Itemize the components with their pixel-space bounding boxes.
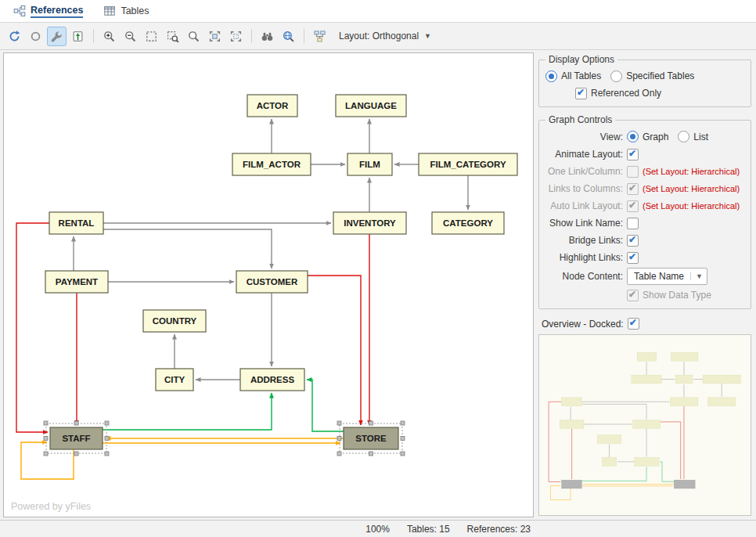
selection-handle[interactable] bbox=[401, 437, 405, 441]
table-node-inventory[interactable]: INVENTORY bbox=[333, 212, 406, 234]
selection-handle[interactable] bbox=[105, 437, 109, 441]
animate-layout-label: Animate Layout: bbox=[542, 149, 627, 160]
table-node-label: COUNTRY bbox=[153, 316, 197, 326]
selection-handle[interactable] bbox=[44, 437, 48, 441]
table-node-label: RENTAL bbox=[59, 218, 95, 228]
tab-tables-label: Tables bbox=[121, 5, 149, 17]
table-node-address[interactable]: ADDRESS bbox=[240, 369, 304, 391]
selection-handle[interactable] bbox=[105, 452, 109, 456]
view-list-radio[interactable] bbox=[678, 131, 689, 142]
node-content-dropdown[interactable]: Table Name ▼ bbox=[627, 268, 707, 285]
overview-node-payment bbox=[560, 420, 584, 428]
one-link-column-hint: (Set Layout: Hierarchical) bbox=[643, 167, 740, 176]
view-graph-radio[interactable] bbox=[627, 131, 639, 142]
links-to-columns-checkbox bbox=[627, 183, 639, 195]
link-customer-store[interactable] bbox=[308, 276, 361, 425]
selection-handle[interactable] bbox=[74, 421, 78, 425]
selection-handle[interactable] bbox=[337, 437, 341, 441]
node-content-value: Table Name bbox=[634, 271, 684, 282]
show-data-type-label: Show Data Type bbox=[643, 290, 711, 301]
show-link-name-checkbox[interactable] bbox=[627, 218, 639, 229]
table-node-staff[interactable]: STAFF bbox=[44, 421, 109, 456]
search-web-button[interactable] bbox=[279, 27, 298, 46]
search-button[interactable] bbox=[257, 27, 277, 46]
specified-tables-label: Specified Tables bbox=[626, 70, 694, 81]
zoom-area-button[interactable] bbox=[163, 27, 182, 46]
referenced-only-checkbox[interactable] bbox=[575, 88, 587, 99]
all-tables-radio[interactable] bbox=[545, 70, 557, 82]
tables-tab-icon bbox=[103, 5, 116, 17]
table-node-label: CATEGORY bbox=[443, 218, 493, 228]
selection-handle[interactable] bbox=[337, 452, 341, 456]
link-rental-customer[interactable] bbox=[103, 229, 272, 268]
auto-link-layout-checkbox bbox=[627, 200, 639, 212]
highlight-links-label: Highlight Links: bbox=[542, 252, 627, 263]
view-label: View: bbox=[542, 132, 627, 142]
zoom-in-button[interactable] bbox=[99, 27, 119, 46]
links-to-columns-row: Links to Columns: (Set Layout: Hierarchi… bbox=[542, 180, 747, 197]
table-node-label: FILM_CATEGORY bbox=[430, 160, 506, 169]
stop-button[interactable] bbox=[26, 27, 45, 46]
fit-content-button[interactable] bbox=[205, 27, 225, 46]
table-node-film_actor[interactable]: FILM_ACTOR bbox=[232, 153, 311, 175]
tab-tables[interactable]: Tables bbox=[93, 0, 159, 22]
overview-node-film_category bbox=[703, 375, 740, 384]
tab-references[interactable]: References bbox=[3, 0, 93, 22]
table-node-rental[interactable]: RENTAL bbox=[49, 212, 103, 234]
table-node-city[interactable]: CITY bbox=[156, 369, 193, 391]
show-link-name-row: Show Link Name: bbox=[542, 214, 747, 232]
view-graph-radio-item[interactable]: Graph bbox=[627, 131, 668, 142]
selection-handle[interactable] bbox=[369, 452, 373, 456]
overview-panel[interactable] bbox=[538, 334, 751, 516]
export-button[interactable] bbox=[68, 27, 88, 46]
view-list-radio-item[interactable]: List bbox=[678, 131, 708, 142]
selection-handle[interactable] bbox=[401, 421, 405, 425]
link-staff-address bbox=[581, 467, 646, 481]
link-customer-store bbox=[660, 421, 680, 478]
table-node-category[interactable]: CATEGORY bbox=[432, 212, 504, 234]
all-tables-radio-item[interactable]: All Tables bbox=[545, 70, 601, 82]
selection-handle[interactable] bbox=[44, 421, 48, 425]
zoom-out-button[interactable] bbox=[121, 27, 140, 46]
link-rental-staff[interactable] bbox=[16, 223, 49, 432]
chevron-down-icon: ▼ bbox=[690, 272, 703, 280]
auto-link-layout-row: Auto Link Layout: (Set Layout: Hierarchi… bbox=[542, 197, 747, 214]
link-store-address bbox=[660, 461, 674, 481]
selection-handle[interactable] bbox=[337, 421, 341, 425]
overview-docked-checkbox[interactable] bbox=[628, 318, 639, 330]
toolbar-separator bbox=[93, 29, 94, 43]
tool-settings-button[interactable] bbox=[47, 27, 67, 46]
table-node-language[interactable]: LANGUAGE bbox=[336, 95, 406, 117]
diagram-graph[interactable]: ACTORLANGUAGEFILM_ACTORFILMFILM_CATEGORY… bbox=[4, 53, 533, 517]
link-staff-address[interactable] bbox=[103, 393, 272, 430]
canvas-area[interactable]: Powered by yFiles ACTORLANGUAGEFILM_ACTO… bbox=[3, 52, 534, 517]
zoom-level: 100% bbox=[365, 524, 390, 535]
bridge-links-checkbox[interactable] bbox=[627, 235, 639, 247]
animate-layout-checkbox[interactable] bbox=[627, 149, 639, 160]
layout-dropdown[interactable]: Layout: Orthogonal ▼ bbox=[334, 28, 436, 44]
selection-handle[interactable] bbox=[105, 421, 109, 425]
selection-handle[interactable] bbox=[401, 452, 405, 456]
magnifier-button[interactable] bbox=[184, 27, 203, 46]
marquee-zoom-button[interactable] bbox=[142, 27, 161, 46]
refresh-button[interactable] bbox=[5, 27, 24, 46]
specified-tables-radio[interactable] bbox=[610, 70, 622, 82]
table-node-payment[interactable]: PAYMENT bbox=[45, 271, 108, 293]
selection-handle[interactable] bbox=[44, 452, 48, 456]
selection-handle[interactable] bbox=[369, 421, 373, 425]
table-node-film[interactable]: FILM bbox=[347, 153, 392, 175]
fit-selection-button[interactable] bbox=[226, 27, 246, 46]
table-node-country[interactable]: COUNTRY bbox=[143, 310, 206, 332]
table-node-store[interactable]: STORE bbox=[337, 421, 405, 456]
selection-handle[interactable] bbox=[74, 452, 78, 456]
specified-tables-radio-item[interactable]: Specified Tables bbox=[610, 70, 694, 82]
table-node-label: STORE bbox=[355, 434, 387, 443]
table-node-label: INVENTORY bbox=[344, 218, 396, 228]
table-node-customer[interactable]: CUSTOMER bbox=[236, 271, 308, 293]
graph-properties-button[interactable] bbox=[310, 27, 329, 46]
overview-graph[interactable] bbox=[544, 337, 747, 514]
table-node-actor[interactable]: ACTOR bbox=[247, 95, 297, 117]
table-node-film_category[interactable]: FILM_CATEGORY bbox=[419, 153, 517, 175]
highlight-links-checkbox[interactable] bbox=[627, 252, 639, 264]
overview-node-country bbox=[597, 434, 621, 443]
